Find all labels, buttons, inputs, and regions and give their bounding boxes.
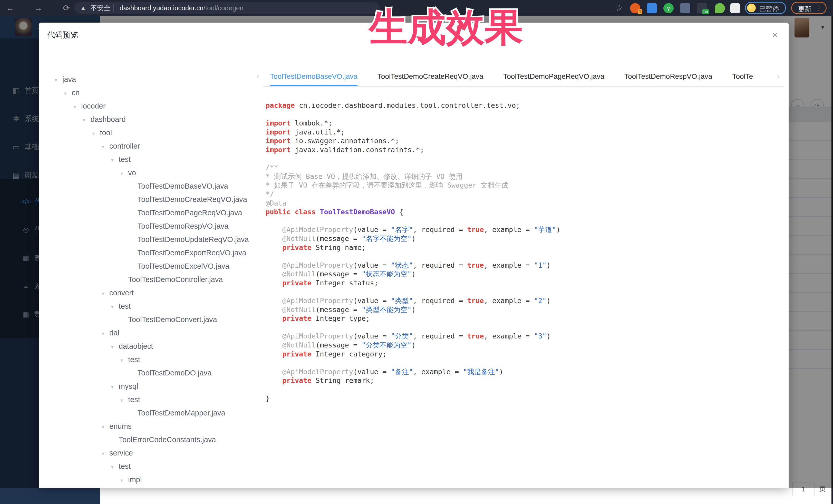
tree-expand-caret-icon[interactable]: ▾	[102, 140, 109, 153]
code-line: */	[266, 190, 779, 199]
tree-node-test[interactable]: ▾test	[39, 460, 130, 473]
tree-expand-caret-icon[interactable]: ▾	[102, 327, 109, 340]
tab-ToolTestDemoPageReqVO.java[interactable]: ToolTestDemoPageReqVO.java	[503, 68, 604, 86]
tree-node-ToolTestDemoRespVO.java[interactable]: ToolTestDemoRespVO.java	[39, 219, 229, 233]
tabs-scroll-left-icon[interactable]: ‹	[257, 72, 259, 80]
tree-expand-caret-icon[interactable]: ▾	[92, 127, 100, 140]
extension-icon-1[interactable]: 1	[630, 3, 640, 13]
tree-node-ToolTestDemoMapper.java[interactable]: ToolTestDemoMapper.java	[39, 406, 225, 419]
code-line: @NotNull(message = "名字不能为空")	[266, 234, 779, 243]
code-line: @NotNull(message = "类型不能为空")	[266, 305, 779, 314]
url-text: dashboard.yudao.iocoder.cn/tool/codegen	[120, 2, 243, 14]
tree-file-label: ToolTestDemoConvert.java	[128, 315, 217, 323]
tree-expand-caret-icon[interactable]: ▾	[111, 300, 119, 314]
tab-ToolTestDemoBaseVO.java[interactable]: ToolTestDemoBaseVO.java	[270, 68, 357, 86]
tree-node-ToolTestDemoUpdateReqVO.java[interactable]: ToolTestDemoUpdateReqVO.java	[39, 233, 249, 246]
tree-expand-caret-icon[interactable]: ▾	[120, 394, 128, 407]
tree-node-test[interactable]: ▾test	[39, 299, 130, 313]
extension-icon-3[interactable]: y	[663, 3, 674, 13]
tree-node-dal[interactable]: ▾dal	[39, 326, 119, 339]
tree-expand-caret-icon[interactable]: ▾	[111, 340, 119, 354]
extension-icon-2[interactable]	[647, 3, 657, 13]
code-line: @ApiModelProperty(value = "类型", required…	[266, 296, 779, 305]
tabs-scroll-right-icon[interactable]: ›	[777, 72, 780, 80]
code-line	[266, 252, 779, 261]
tree-expand-caret-icon[interactable]: ▾	[120, 167, 128, 180]
tree-expand-caret-icon[interactable]: ▾	[102, 287, 109, 300]
tree-node-iocoder[interactable]: ▾iocoder	[39, 99, 105, 113]
extension-badge: 1	[638, 9, 642, 15]
tree-folder-label: iocoder	[81, 102, 105, 110]
chrome-update-button[interactable]: 更新 ⋮	[791, 2, 827, 14]
code-line: * 测试示例 Base VO，提供给添加、修改、详细的子 VO 使用	[266, 172, 779, 181]
tree-node-ToolTestDemoController.java[interactable]: ToolTestDemoController.java	[39, 273, 223, 286]
tree-expand-caret-icon[interactable]: ▾	[102, 447, 109, 460]
tree-node-ToolTestDemoPageReqVO.java[interactable]: ToolTestDemoPageReqVO.java	[39, 206, 242, 219]
tree-node-ToolTestDemoExportReqVO.java[interactable]: ToolTestDemoExportReqVO.java	[39, 246, 246, 260]
dialog-title: 代码预览	[47, 30, 78, 40]
tab-ToolTestDemoRespVO.java[interactable]: ToolTestDemoRespVO.java	[624, 68, 712, 86]
tree-node-cn[interactable]: ▾cn	[39, 86, 79, 99]
not-secure-label: 不安全	[90, 2, 110, 14]
tree-node-ToolTestDemoDO.java[interactable]: ToolTestDemoDO.java	[39, 366, 211, 380]
tree-expand-caret-icon[interactable]: ▾	[83, 114, 91, 127]
file-tree[interactable]: ▾java▾cn▾iocoder▾dashboard▾tool▾controll…	[39, 66, 260, 488]
tree-node-impl[interactable]: ▾impl	[39, 473, 142, 486]
tree-expand-caret-icon[interactable]: ▾	[102, 421, 109, 434]
tree-file-label: ToolTestDemoUpdateReqVO.java	[138, 235, 249, 243]
tree-expand-caret-icon[interactable]: ▾	[111, 380, 119, 394]
tree-expand-caret-icon[interactable]: ▾	[120, 354, 128, 367]
tree-node-dataobject[interactable]: ▾dataobject	[39, 339, 153, 353]
tree-expand-caret-icon[interactable]: ▾	[111, 460, 119, 474]
tree-node-test[interactable]: ▾test	[39, 153, 130, 166]
tree-node-service[interactable]: ▾service	[39, 446, 133, 460]
tree-file-label: ToolErrorCodeConstants.java	[119, 435, 216, 444]
tree-node-enums[interactable]: ▾enums	[39, 419, 132, 433]
tree-expand-caret-icon[interactable]: ▾	[111, 153, 119, 167]
update-label: 更新	[798, 5, 811, 14]
tree-folder-label: test	[119, 302, 131, 310]
browser-menu-dots-icon[interactable]: ⋮	[815, 4, 822, 12]
tree-node-vo[interactable]: ▾vo	[39, 166, 136, 179]
tree-node-test[interactable]: ▾test	[39, 393, 140, 406]
tree-node-test[interactable]: ▾test	[39, 353, 140, 366]
tree-expand-caret-icon[interactable]: ▾	[64, 87, 72, 100]
tree-expand-caret-icon[interactable]: ▾	[55, 73, 62, 87]
code-line: private String name;	[266, 243, 779, 252]
code-line: * 如果子 VO 存在差异的字段，请不要添加到这里，影响 Swagger 文档生…	[266, 181, 779, 190]
tab-ToolTestDemoCreateReqVO.java[interactable]: ToolTestDemoCreateReqVO.java	[378, 68, 483, 86]
tree-node-dashboard[interactable]: ▾dashboard	[39, 113, 126, 126]
tree-expand-caret-icon[interactable]: ▾	[120, 474, 128, 487]
handwritten-annotation: 生成效果	[356, 2, 536, 52]
browser-forward-button[interactable]: →	[33, 3, 44, 13]
browser-reload-button[interactable]: ⟳	[61, 3, 72, 13]
extension-icon-5[interactable]: on	[697, 3, 707, 13]
tree-node-ToolTestDemoBaseVO.java[interactable]: ToolTestDemoBaseVO.java	[39, 179, 228, 193]
tree-node-controller[interactable]: ▾controller	[39, 139, 140, 153]
close-icon[interactable]: ×	[769, 29, 781, 41]
tab-ToolTe[interactable]: ToolTe	[732, 68, 753, 86]
address-bar[interactable]: ▲ 不安全 dashboard.yudao.iocoder.cn/tool/co…	[74, 2, 380, 14]
extension-icon-4[interactable]	[680, 3, 690, 13]
code-line: private String remark;	[266, 376, 779, 385]
code-line: @NotNull(message = "分类不能为空")	[266, 341, 779, 350]
tree-node-tool[interactable]: ▾tool	[39, 126, 112, 139]
extension-icon-6[interactable]	[715, 3, 725, 13]
bookmark-star-icon[interactable]: ☆	[615, 3, 623, 13]
tree-node-ToolTestDemoServiceImpl.java[interactable]: ToolTestDemoServiceImpl.java	[39, 486, 239, 488]
tree-folder-label: dashboard	[91, 115, 126, 123]
tree-node-ToolErrorCodeConstants.java[interactable]: ToolErrorCodeConstants.java	[39, 433, 216, 446]
tree-node-ToolTestDemoCreateReqVO.java[interactable]: ToolTestDemoCreateReqVO.java	[39, 193, 247, 206]
puzzle-extensions-icon[interactable]	[730, 3, 740, 13]
tree-node-mysql[interactable]: ▾mysql	[39, 380, 138, 393]
tree-folder-label: dataobject	[119, 342, 153, 350]
tree-folder-label: dal	[109, 329, 119, 337]
browser-back-button[interactable]: ←	[5, 3, 16, 13]
tree-node-java[interactable]: ▾java	[39, 73, 76, 86]
code-line: @ApiModelProperty(value = "状态", required…	[266, 261, 779, 270]
tree-node-convert[interactable]: ▾convert	[39, 286, 134, 299]
tree-expand-caret-icon[interactable]: ▾	[73, 100, 81, 114]
tree-node-ToolTestDemoConvert.java[interactable]: ToolTestDemoConvert.java	[39, 313, 217, 326]
tree-node-ToolTestDemoExcelVO.java[interactable]: ToolTestDemoExcelVO.java	[39, 260, 230, 273]
profile-paused-chip[interactable]: 已暂停	[745, 2, 786, 14]
